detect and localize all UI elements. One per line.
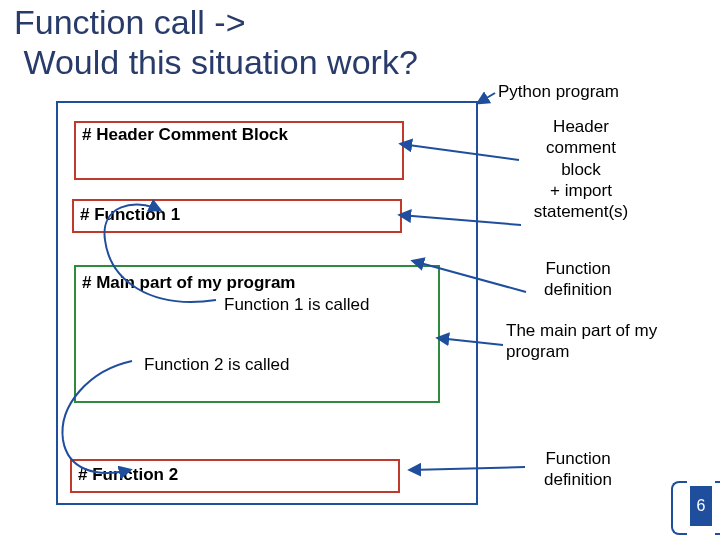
rhs-header: Header comment block + import statement(… [522,116,640,222]
call2-label: Function 2 is called [144,355,290,375]
main-heading: # Main part of my program [82,273,295,293]
page-bracket-right [715,481,720,535]
header-comment-box: # Header Comment Block [74,121,404,180]
title-line2: Would this situation work? [23,43,417,81]
title-line1: Function call -> [14,3,246,41]
header-comment-label: # Header Comment Block [82,125,288,145]
page-number: 6 [690,486,712,526]
program-label: Python program [498,82,619,102]
function2-label: # Function 2 [78,465,178,485]
rhs-funcdef2: Function definition [528,448,628,491]
main-box: # Main part of my program Function 1 is … [74,265,440,403]
slide-title: Function call -> Would this situation wo… [14,2,418,82]
page-bracket-left [671,481,687,535]
function1-label: # Function 1 [80,205,180,225]
rhs-mainpart: The main part of my program [506,320,686,363]
rhs-funcdef1: Function definition [528,258,628,301]
function2-box: # Function 2 [70,459,400,493]
function1-box: # Function 1 [72,199,402,233]
program-box: # Header Comment Block # Function 1 # Ma… [56,101,478,505]
call1-label: Function 1 is called [224,295,370,315]
